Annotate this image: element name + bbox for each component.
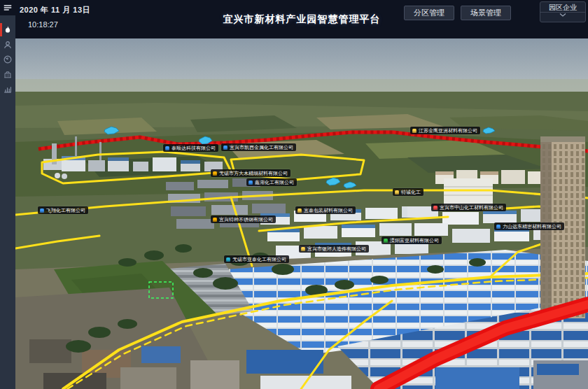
datetime-block: 2020 年 11 月 13日 10:18:27 bbox=[20, 5, 90, 29]
company-label-text: 无锡市亚泰化工有限公司 bbox=[232, 257, 286, 262]
fire-icon bbox=[3, 25, 13, 35]
company-label-text: 特诚化工 bbox=[401, 190, 421, 194]
company-label-text: 溧阳富亚材料有限公司 bbox=[390, 238, 439, 243]
app-window: 2020 年 11 月 13日 10:18:27 宜兴市新材料产业园智慧管理平台… bbox=[0, 0, 588, 389]
company-label-text: 宜泰包装材料有限公司 bbox=[304, 208, 353, 213]
company-label[interactable]: 泰顺达科技有限公司 bbox=[163, 144, 218, 152]
company-marker-icon bbox=[496, 225, 500, 229]
company-label-text: 宜兴市银环人造件有限公司 bbox=[307, 246, 366, 251]
company-label[interactable]: 溧阳富亚材料有限公司 bbox=[382, 236, 442, 244]
company-label[interactable]: 宜兴市银环人造件有限公司 bbox=[299, 245, 369, 253]
company-marker-icon bbox=[301, 247, 305, 251]
map-3d-viewport[interactable]: 泰顺达科技有限公司宜兴市凯西金属化工有限公司无锡市方大木精细材料有限公司鑫湖化工… bbox=[15, 38, 588, 389]
company-label[interactable]: 宜泰包装材料有限公司 bbox=[295, 206, 356, 214]
sidebar-item-bar-chart[interactable] bbox=[0, 81, 15, 96]
company-label[interactable]: 力山远东精密材料有限公司 bbox=[494, 222, 564, 230]
sky bbox=[15, 38, 588, 99]
company-label[interactable]: 特诚化工 bbox=[393, 188, 424, 196]
sidebar-item-user[interactable] bbox=[0, 37, 15, 52]
factory-icon bbox=[3, 69, 13, 79]
company-marker-icon bbox=[226, 257, 230, 262]
company-marker-icon bbox=[298, 208, 302, 213]
divider bbox=[540, 12, 585, 13]
company-marker-icon bbox=[395, 190, 399, 194]
company-marker-icon bbox=[384, 239, 388, 243]
company-marker-icon bbox=[40, 208, 44, 213]
company-label[interactable]: 宜兴特种不锈钢有限公司 bbox=[211, 215, 276, 223]
current-date: 2020 年 11 月 13日 bbox=[20, 5, 90, 15]
company-marker-icon bbox=[223, 146, 227, 150]
gauge-icon bbox=[3, 55, 13, 64]
company-label[interactable]: 宜兴市中山化工材料有限公司 bbox=[431, 204, 506, 211]
company-label[interactable]: 飞翔化工有限公司 bbox=[38, 206, 88, 214]
top-buttons: 分区管理 场景管理 bbox=[404, 6, 511, 20]
chevron-down-icon bbox=[559, 13, 566, 17]
company-label[interactable]: 鑫湖化工有限公司 bbox=[246, 178, 297, 186]
company-label-text: 鑫湖化工有限公司 bbox=[255, 180, 294, 185]
park-enterprise-label: 园区企业 bbox=[549, 3, 577, 11]
menu-icon bbox=[3, 3, 13, 13]
sidebar-item-factory[interactable] bbox=[0, 66, 15, 81]
company-label-text: 宜兴市中山化工材料有限公司 bbox=[440, 205, 503, 210]
current-time: 10:18:27 bbox=[28, 20, 90, 29]
company-label-text: 飞翔化工有限公司 bbox=[46, 208, 85, 213]
scene-manage-button[interactable]: 场景管理 bbox=[461, 6, 511, 20]
user-icon bbox=[3, 40, 13, 50]
left-icon-rail bbox=[0, 0, 15, 389]
company-label-text: 宜兴特种不锈钢有限公司 bbox=[219, 217, 273, 222]
company-label[interactable]: 宜兴市凯西金属化工有限公司 bbox=[221, 143, 296, 151]
company-marker-icon bbox=[165, 146, 169, 150]
company-marker-icon bbox=[213, 218, 217, 222]
company-label[interactable]: 无锡市亚泰化工有限公司 bbox=[224, 255, 289, 263]
company-label-text: 泰顺达科技有限公司 bbox=[172, 146, 216, 150]
company-label-text: 江苏金鹰亚洲材料有限公司 bbox=[419, 128, 477, 133]
company-label-text: 无锡市方大木精细材料有限公司 bbox=[219, 171, 288, 176]
partition-manage-button[interactable]: 分区管理 bbox=[404, 6, 454, 20]
company-marker-icon bbox=[412, 129, 416, 133]
company-label[interactable]: 无锡市方大木精细材料有限公司 bbox=[211, 169, 290, 177]
bar-chart-icon bbox=[3, 84, 13, 94]
company-label-text: 宜兴市凯西金属化工有限公司 bbox=[230, 145, 293, 150]
company-label-text: 力山远东精密材料有限公司 bbox=[503, 224, 561, 229]
company-label[interactable]: 江苏金鹰亚洲材料有限公司 bbox=[410, 127, 480, 134]
top-bar: 2020 年 11 月 13日 10:18:27 宜兴市新材料产业园智慧管理平台… bbox=[0, 0, 588, 38]
company-marker-icon bbox=[248, 181, 253, 185]
park-enterprise-dropdown[interactable]: 园区企业 bbox=[540, 1, 586, 22]
sidebar-item-gauge[interactable] bbox=[0, 52, 15, 66]
sidebar-item-fire[interactable] bbox=[0, 22, 15, 37]
company-marker-icon bbox=[213, 171, 217, 176]
sidebar-items bbox=[0, 22, 15, 96]
company-marker-icon bbox=[433, 206, 438, 210]
sidebar-menu-button[interactable] bbox=[0, 0, 15, 15]
